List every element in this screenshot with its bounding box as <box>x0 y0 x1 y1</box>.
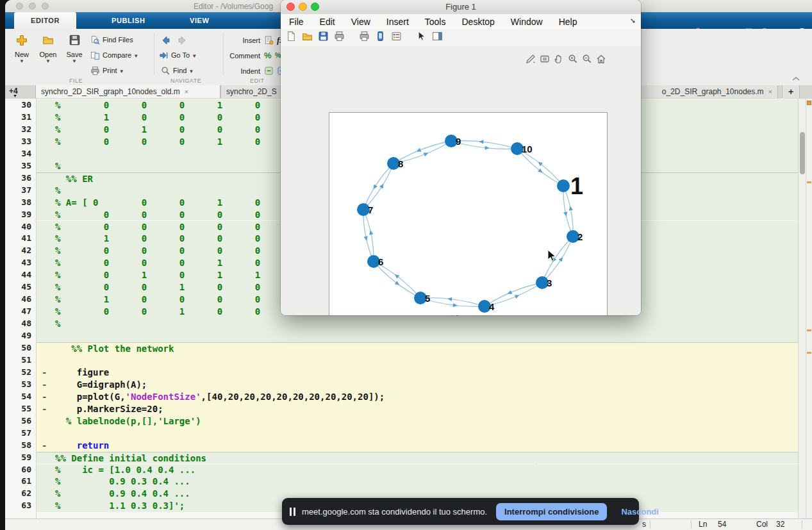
close-tab-icon[interactable]: × <box>185 88 188 95</box>
open-button[interactable]: Open▼ <box>35 34 61 65</box>
code-line[interactable] <box>37 330 799 342</box>
datatip-icon[interactable] <box>539 53 550 64</box>
figure-canvas[interactable]: 12345678910 <box>281 46 641 315</box>
toolstrip-tab-view[interactable]: VIEW <box>173 12 226 29</box>
menu-view[interactable]: View <box>351 17 370 27</box>
code-segment: % 1.1 0.3 0.3]'; <box>55 501 185 511</box>
analyzer-warning-marker[interactable] <box>807 329 811 331</box>
code-line[interactable] <box>37 427 799 440</box>
pan-icon[interactable] <box>553 53 564 64</box>
analyzer-warning-marker[interactable] <box>807 181 811 183</box>
edit-group-label: EDIT <box>250 78 265 84</box>
property-editor-icon[interactable] <box>391 31 402 44</box>
back-button[interactable] <box>161 35 174 47</box>
home-icon[interactable] <box>595 53 606 64</box>
zoom-in-icon[interactable] <box>567 53 578 64</box>
toolstrip-tab-editor[interactable]: EDITOR <box>14 12 76 29</box>
minimize-window-icon[interactable] <box>29 3 36 10</box>
axes-plot-box[interactable]: 12345678910 <box>329 112 608 315</box>
go-to-button[interactable]: Go To▼ <box>159 51 197 62</box>
pointer-icon[interactable] <box>416 31 427 44</box>
node-label: 2 <box>577 231 583 242</box>
executable-line-marker: - <box>42 440 47 452</box>
indent-label: Indent <box>227 67 260 75</box>
code-line[interactable]: % ic = [1.0 0.4 0.4 ... <box>37 464 799 476</box>
zoom-out-icon[interactable] <box>581 53 592 64</box>
menu-tools[interactable]: Tools <box>425 17 446 27</box>
compare-label: Compare <box>103 51 131 59</box>
new-tab-button[interactable]: + <box>782 85 800 98</box>
code-segment: %% ER <box>55 174 93 184</box>
analyzer-warning-marker[interactable] <box>807 352 811 354</box>
column-indicator-value: 32 <box>776 520 784 529</box>
open-file-icon[interactable] <box>302 31 313 44</box>
collapse-toolstrip-button[interactable] <box>791 75 800 83</box>
hide-banner-button[interactable]: Nascondi <box>617 506 663 517</box>
menu-desktop[interactable]: Desktop <box>461 17 494 27</box>
code-line[interactable]: % 0.9 0.3 0.4 ... <box>37 476 799 488</box>
message-indicator-bar[interactable] <box>806 99 812 519</box>
menu-insert[interactable]: Insert <box>386 17 409 27</box>
comment-label: Comment <box>227 52 260 60</box>
find-button[interactable]: Find▼ <box>161 66 194 77</box>
stop-sharing-button[interactable]: Interrompi condivisione <box>496 503 607 520</box>
figure-window[interactable]: Figure 1 FileEditViewInsertToolsDesktopW… <box>281 0 641 315</box>
dock-panel-icon[interactable] <box>432 31 443 44</box>
scrollbar-thumb[interactable] <box>800 132 805 174</box>
menu-file[interactable]: File <box>289 17 304 27</box>
graph-edge[interactable] <box>363 210 374 261</box>
print-icon[interactable] <box>334 31 345 44</box>
edge-arrow-icon <box>563 211 567 217</box>
menu-help[interactable]: Help <box>559 17 577 27</box>
close-window-icon[interactable] <box>16 3 23 10</box>
menu-overflow-icon[interactable]: ➘ <box>630 17 636 25</box>
new-button[interactable]: New▼ <box>9 34 35 65</box>
editor-tab[interactable]: synchro_2D_SIR_graph_10nodes_old.m× <box>35 85 220 98</box>
code-line[interactable]: - G=digraph(A); <box>37 379 799 391</box>
inspector-icon[interactable] <box>375 31 386 44</box>
comment-button[interactable]: % <box>264 51 272 60</box>
menu-edit[interactable]: Edit <box>320 17 335 27</box>
code-line[interactable]: %% Define initial conditions <box>37 452 799 464</box>
smart-indent-button[interactable] <box>264 66 274 77</box>
code-line[interactable]: % <box>37 318 799 330</box>
print-preview-icon[interactable] <box>359 31 370 44</box>
code-line[interactable]: % labelnode(p,[],'Large') <box>37 415 799 427</box>
code-line[interactable]: - p.MarkerSize=20; <box>37 403 799 415</box>
code-line[interactable]: %% Plot the network <box>37 342 799 354</box>
new-file-icon[interactable] <box>286 31 297 44</box>
find-files-button[interactable]: Find Files <box>90 35 133 46</box>
graph-edge[interactable] <box>363 210 374 261</box>
find-label: Find <box>173 67 186 74</box>
chevron-down-icon: ▼ <box>192 53 197 59</box>
save-icon[interactable] <box>318 31 329 44</box>
code-line[interactable]: - p=plot(G,'NodeFontSize',[40,20,20,20,2… <box>37 391 799 403</box>
zoom-window-icon[interactable] <box>42 3 49 10</box>
graph-node-1[interactable] <box>557 179 570 192</box>
graph-edge[interactable] <box>363 163 394 210</box>
menu-window[interactable]: Window <box>511 17 543 27</box>
code-line[interactable]: - figure <box>37 367 799 379</box>
graph-edge[interactable] <box>363 163 394 210</box>
code-line[interactable]: - return <box>37 440 799 452</box>
print-button[interactable]: Print▼ <box>90 66 124 77</box>
analyzer-status-icon[interactable] <box>807 101 811 105</box>
toolstrip-tab-publish[interactable]: PUBLISH <box>95 12 162 29</box>
insert-section-button[interactable] <box>264 35 276 46</box>
close-tab-icon[interactable]: × <box>768 88 772 95</box>
forward-button[interactable] <box>177 35 190 47</box>
code-line[interactable] <box>37 354 799 367</box>
save-button[interactable]: Save▼ <box>62 34 87 65</box>
chevron-down-icon: ▼ <box>35 58 61 65</box>
line-number: 35 <box>5 160 36 172</box>
code-segment: % labelnode(p,[],'Large') <box>55 416 201 426</box>
executable-line-marker: - <box>42 367 47 379</box>
brush-icon[interactable] <box>525 53 536 64</box>
figure-titlebar[interactable]: Figure 1 <box>281 0 641 15</box>
line-number: 52 <box>5 367 36 379</box>
executable-line-marker: - <box>42 379 47 391</box>
status-separator <box>650 520 650 529</box>
compare-button[interactable]: Compare▼ <box>90 51 138 62</box>
percent-icon: % <box>264 51 272 60</box>
network-graph[interactable]: 12345678910 <box>329 113 607 315</box>
